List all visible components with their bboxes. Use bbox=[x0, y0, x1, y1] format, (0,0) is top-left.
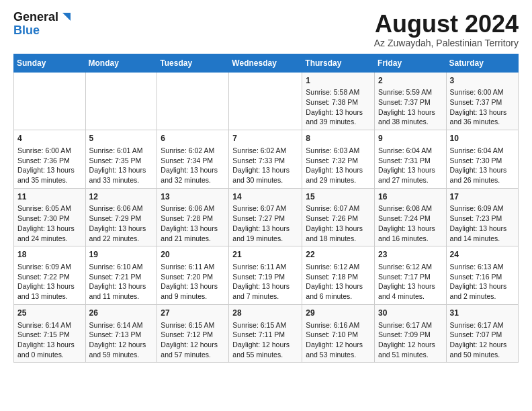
calendar-cell: 31 Sunrise: 6:17 AM Sunset: 7:07 PM Dayl… bbox=[446, 304, 518, 363]
calendar-cell: 27 Sunrise: 6:15 AM Sunset: 7:12 PM Dayl… bbox=[157, 304, 229, 363]
sunrise-text: Sunrise: 6:09 AM bbox=[17, 263, 71, 271]
calendar-week-row: 11 Sunrise: 6:05 AM Sunset: 7:30 PM Dayl… bbox=[14, 188, 519, 246]
calendar-cell: 23 Sunrise: 6:12 AM Sunset: 7:17 PM Dayl… bbox=[375, 246, 447, 305]
daylight-text: Daylight: 12 hours and 57 minutes. bbox=[161, 340, 218, 359]
daylight-text: Daylight: 13 hours and 2 minutes. bbox=[450, 282, 507, 300]
sunrise-text: Sunrise: 6:17 AM bbox=[378, 321, 432, 329]
calendar-header-wednesday: Wednesday bbox=[229, 54, 302, 72]
day-number: 28 bbox=[232, 308, 298, 319]
sunset-text: Sunset: 7:16 PM bbox=[450, 273, 502, 281]
daylight-text: Daylight: 13 hours and 6 minutes. bbox=[306, 282, 363, 300]
day-number: 25 bbox=[17, 308, 82, 319]
calendar-header-row: SundayMondayTuesdayWednesdayThursdayFrid… bbox=[14, 54, 519, 72]
day-number: 19 bbox=[89, 249, 154, 261]
day-number: 31 bbox=[450, 308, 515, 319]
daylight-text: Daylight: 13 hours and 27 minutes. bbox=[378, 166, 435, 184]
calendar-cell: 12 Sunrise: 6:06 AM Sunset: 7:29 PM Dayl… bbox=[85, 188, 157, 246]
sunset-text: Sunset: 7:37 PM bbox=[450, 98, 502, 106]
sunset-text: Sunset: 7:28 PM bbox=[161, 214, 213, 222]
calendar-cell: 29 Sunrise: 6:16 AM Sunset: 7:10 PM Dayl… bbox=[302, 304, 375, 363]
daylight-text: Daylight: 12 hours and 51 minutes. bbox=[378, 340, 435, 359]
sunrise-text: Sunrise: 6:11 AM bbox=[161, 263, 214, 271]
sunset-text: Sunset: 7:26 PM bbox=[306, 214, 358, 222]
page-header: General Blue August 2024 Az Zuwaydah, Pa… bbox=[13, 11, 519, 48]
logo-general-text: General bbox=[13, 11, 58, 24]
daylight-text: Daylight: 13 hours and 22 minutes. bbox=[89, 224, 146, 242]
calendar-header-sunday: Sunday bbox=[14, 54, 86, 72]
sunrise-text: Sunrise: 6:05 AM bbox=[17, 204, 71, 212]
calendar-cell: 2 Sunrise: 5:59 AM Sunset: 7:37 PM Dayli… bbox=[375, 72, 447, 130]
svg-marker-0 bbox=[62, 13, 71, 21]
logo-arrow-icon bbox=[60, 11, 72, 24]
calendar-cell: 11 Sunrise: 6:05 AM Sunset: 7:30 PM Dayl… bbox=[14, 188, 86, 246]
sunrise-text: Sunrise: 6:12 AM bbox=[306, 263, 359, 271]
day-number: 20 bbox=[161, 249, 225, 261]
sunset-text: Sunset: 7:10 PM bbox=[306, 330, 358, 338]
logo-blue-text: Blue bbox=[13, 24, 72, 38]
calendar-cell: 4 Sunrise: 6:00 AM Sunset: 7:36 PM Dayli… bbox=[14, 130, 86, 189]
calendar-header-friday: Friday bbox=[375, 54, 447, 72]
calendar-cell: 5 Sunrise: 6:01 AM Sunset: 7:35 PM Dayli… bbox=[85, 130, 157, 189]
calendar-week-row: 1 Sunrise: 5:58 AM Sunset: 7:38 PM Dayli… bbox=[14, 72, 519, 130]
calendar-cell: 25 Sunrise: 6:14 AM Sunset: 7:15 PM Dayl… bbox=[14, 304, 86, 363]
day-number: 27 bbox=[161, 308, 225, 319]
day-number: 4 bbox=[17, 133, 82, 144]
day-number: 3 bbox=[450, 75, 515, 87]
day-number: 13 bbox=[161, 191, 225, 203]
sunset-text: Sunset: 7:17 PM bbox=[378, 273, 431, 281]
day-number: 12 bbox=[89, 191, 154, 203]
sunset-text: Sunset: 7:27 PM bbox=[232, 214, 285, 222]
sunset-text: Sunset: 7:29 PM bbox=[89, 214, 142, 222]
calendar-cell: 30 Sunrise: 6:17 AM Sunset: 7:09 PM Dayl… bbox=[375, 304, 447, 363]
sunrise-text: Sunrise: 6:02 AM bbox=[161, 146, 214, 154]
calendar-cell: 13 Sunrise: 6:06 AM Sunset: 7:28 PM Dayl… bbox=[157, 188, 229, 246]
sunrise-text: Sunrise: 6:00 AM bbox=[17, 146, 71, 154]
day-number: 24 bbox=[450, 249, 515, 261]
sunrise-text: Sunrise: 6:14 AM bbox=[17, 321, 71, 329]
day-number: 29 bbox=[306, 308, 371, 319]
day-number: 14 bbox=[232, 191, 298, 203]
calendar-cell: 3 Sunrise: 6:00 AM Sunset: 7:37 PM Dayli… bbox=[446, 72, 518, 130]
daylight-text: Daylight: 13 hours and 39 minutes. bbox=[306, 108, 363, 126]
sunrise-text: Sunrise: 6:15 AM bbox=[232, 321, 286, 329]
daylight-text: Daylight: 13 hours and 36 minutes. bbox=[450, 108, 507, 126]
sunrise-text: Sunrise: 6:07 AM bbox=[306, 204, 359, 212]
sunrise-text: Sunrise: 6:06 AM bbox=[89, 204, 143, 212]
day-number: 2 bbox=[378, 75, 443, 87]
sunrise-text: Sunrise: 6:09 AM bbox=[450, 204, 504, 212]
sunrise-text: Sunrise: 6:03 AM bbox=[306, 146, 359, 154]
sunset-text: Sunset: 7:07 PM bbox=[450, 330, 502, 338]
day-number: 15 bbox=[306, 191, 371, 203]
day-number: 23 bbox=[378, 249, 443, 261]
sunset-text: Sunset: 7:23 PM bbox=[450, 214, 502, 222]
calendar-cell bbox=[85, 72, 157, 130]
sunset-text: Sunset: 7:31 PM bbox=[378, 156, 431, 165]
sunrise-text: Sunrise: 6:14 AM bbox=[89, 321, 143, 329]
daylight-text: Daylight: 12 hours and 50 minutes. bbox=[450, 340, 507, 359]
day-number: 17 bbox=[450, 191, 515, 203]
sunrise-text: Sunrise: 5:58 AM bbox=[306, 88, 359, 96]
page-title: August 2024 bbox=[374, 11, 519, 38]
sunset-text: Sunset: 7:19 PM bbox=[232, 273, 285, 281]
sunrise-text: Sunrise: 5:59 AM bbox=[378, 88, 432, 96]
daylight-text: Daylight: 13 hours and 18 minutes. bbox=[306, 224, 363, 242]
day-number: 26 bbox=[89, 308, 154, 319]
day-number: 10 bbox=[450, 133, 515, 144]
sunrise-text: Sunrise: 6:11 AM bbox=[232, 263, 286, 271]
calendar-cell: 10 Sunrise: 6:04 AM Sunset: 7:30 PM Dayl… bbox=[446, 130, 518, 189]
daylight-text: Daylight: 13 hours and 35 minutes. bbox=[17, 166, 75, 184]
calendar-header-monday: Monday bbox=[85, 54, 157, 72]
calendar-header-tuesday: Tuesday bbox=[157, 54, 229, 72]
sunset-text: Sunset: 7:37 PM bbox=[378, 98, 431, 106]
daylight-text: Daylight: 13 hours and 24 minutes. bbox=[17, 224, 75, 242]
sunrise-text: Sunrise: 6:13 AM bbox=[450, 263, 504, 271]
sunset-text: Sunset: 7:20 PM bbox=[161, 273, 213, 281]
calendar-cell: 17 Sunrise: 6:09 AM Sunset: 7:23 PM Dayl… bbox=[446, 188, 518, 246]
sunset-text: Sunset: 7:34 PM bbox=[161, 156, 213, 165]
calendar-cell: 6 Sunrise: 6:02 AM Sunset: 7:34 PM Dayli… bbox=[157, 130, 229, 189]
calendar-cell: 18 Sunrise: 6:09 AM Sunset: 7:22 PM Dayl… bbox=[14, 246, 86, 305]
daylight-text: Daylight: 13 hours and 0 minutes. bbox=[17, 340, 75, 359]
daylight-text: Daylight: 12 hours and 55 minutes. bbox=[232, 340, 290, 359]
calendar-cell bbox=[157, 72, 229, 130]
sunrise-text: Sunrise: 6:04 AM bbox=[378, 146, 432, 154]
